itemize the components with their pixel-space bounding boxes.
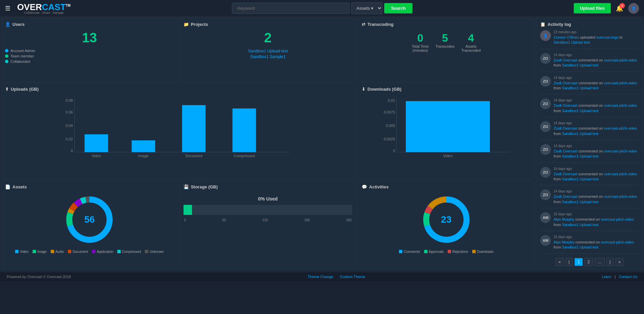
logo-over: OVER xyxy=(17,2,42,12)
activity-asset-link[interactable]: overcast-pitch-video xyxy=(604,126,637,130)
activity-asset-link[interactable]: overcast-pitch-video xyxy=(604,194,637,198)
activity-user-link[interactable]: Zsolt Overcast xyxy=(554,194,577,198)
pagination-button[interactable]: » xyxy=(615,258,624,266)
activity-project-link[interactable]: Sandbox1 Upload test xyxy=(562,109,598,113)
search-input[interactable] xyxy=(232,3,350,14)
legend-square xyxy=(15,250,18,253)
activity-user-link[interactable]: Connor O'Brien xyxy=(554,35,579,39)
activity-asset-link[interactable]: overcast-pitch-video xyxy=(601,217,634,221)
assets-panel-title: 📄 Assets xyxy=(5,184,174,189)
svg-text:0.01: 0.01 xyxy=(388,98,395,102)
projects-icon: 📁 xyxy=(184,22,189,27)
activity-user-link[interactable]: Alan Murphy xyxy=(554,240,574,244)
activity-asset-link[interactable]: overcast-pitch-video xyxy=(604,58,637,62)
activity-text: Connor O'Brien uploaded overcast-logo to… xyxy=(554,35,639,45)
hamburger-icon[interactable]: ☰ xyxy=(5,5,10,12)
users-legend-label: Team member xyxy=(10,54,34,58)
activity-asset-link[interactable]: overcast-pitch-video xyxy=(604,103,637,107)
activity-time: 14 days ago xyxy=(554,76,639,80)
uploads-bar-document xyxy=(182,105,206,152)
search-button[interactable]: Search xyxy=(384,3,412,13)
activity-user-link[interactable]: Zsolt Overcast xyxy=(554,58,577,62)
users-legend-item: Collaborator xyxy=(5,59,174,63)
upload-files-button[interactable]: Upload files xyxy=(574,3,611,13)
activity-project-link[interactable]: Sandbox1 Upload test xyxy=(562,200,598,204)
trans-value: 4 xyxy=(461,32,481,44)
assets-donut: 56 xyxy=(63,193,116,246)
storage-axis: 0 65 130 195 260 xyxy=(184,218,353,222)
activity-project-link[interactable]: Sandbox1 Upload test xyxy=(562,86,598,90)
projects-panel-title: 📁 Projects xyxy=(184,22,353,27)
activity-item: ZO 14 days ago Zsolt Overcast commented … xyxy=(540,121,639,140)
activity-content: 14 days ago Zsolt Overcast commented on … xyxy=(554,189,639,205)
legend-square xyxy=(92,250,95,253)
assets-legend-label: Image xyxy=(37,250,47,254)
header-search: Assets ▾ Search xyxy=(71,2,574,14)
activity-user-link[interactable]: Alan Murphy xyxy=(554,217,574,221)
activity-avatar: 👤 xyxy=(540,30,551,41)
svg-text:Compressed: Compressed xyxy=(234,154,254,158)
activity-user-link[interactable]: Zsolt Overcast xyxy=(554,126,577,130)
project-link[interactable]: Sandbox1 Sample1 xyxy=(184,54,353,59)
activity-project-link[interactable]: Sandbox1 Upload test xyxy=(554,40,590,44)
activity-text: Zsolt Overcast commented on overcast-pit… xyxy=(554,81,639,91)
activity-project-link[interactable]: Sandbox1 Upload test xyxy=(562,132,598,136)
footer: Powered by Overcast © Overcast 2018 Them… xyxy=(0,272,644,281)
activity-log-title: 📋 Activity log xyxy=(540,22,639,27)
activity-item: ZO 14 days ago Zsolt Overcast commented … xyxy=(540,144,639,163)
activity-time: 14 days ago xyxy=(554,98,639,102)
legend-dot xyxy=(5,49,8,52)
activity-items-container: 👤 22 minutes ago Connor O'Brien uploaded… xyxy=(540,30,639,254)
header: ☰ OVERCASTTM Collaborate · Share · Manag… xyxy=(0,0,644,17)
storage-bar-fill xyxy=(184,205,192,215)
activity-project-link[interactable]: Sandbox1 Upload test xyxy=(562,177,598,181)
activities-legend: CommentsApprovalsRejectionsDownloads xyxy=(362,250,531,254)
activity-avatar: AM xyxy=(540,212,551,223)
custom-theme-link[interactable]: Custom Theme xyxy=(340,275,365,279)
activity-project-link[interactable]: Sandbox1 Upload test xyxy=(562,223,598,227)
activity-user-link[interactable]: Zsolt Overcast xyxy=(554,149,577,153)
pagination-button[interactable]: 2 xyxy=(585,258,593,266)
activity-project-link[interactable]: Sandbox1 Upload test xyxy=(562,154,598,158)
activity-asset-link[interactable]: overcast-pitch-video xyxy=(604,149,637,153)
project-link[interactable]: Sandbox1 Upload test xyxy=(184,49,353,53)
activity-asset-link[interactable]: overcast-pitch-video xyxy=(604,172,637,176)
activity-project-link[interactable]: Sandbox1 Upload test xyxy=(562,245,598,249)
pagination-button[interactable]: 1 xyxy=(574,258,583,266)
legend-square xyxy=(424,250,428,253)
transcoding-stat: 5Transcodes xyxy=(435,32,454,52)
pagination-button[interactable]: ( xyxy=(565,258,573,266)
pagination-button[interactable]: ) xyxy=(606,258,614,266)
contact-link[interactable]: Contact Us xyxy=(619,275,637,279)
activity-content: 14 days ago Zsolt Overcast commented on … xyxy=(554,53,639,68)
activity-time: 14 days ago xyxy=(554,53,639,57)
storage-label: 0% Used xyxy=(184,196,353,201)
activity-project-link[interactable]: Sandbox1 Upload test xyxy=(562,63,598,67)
activity-user-link[interactable]: Zsolt Overcast xyxy=(554,103,577,107)
assets-select[interactable]: Assets ▾ xyxy=(351,2,383,14)
activity-user-link[interactable]: Zsolt Overcast xyxy=(554,81,577,85)
svg-text:0.08: 0.08 xyxy=(66,98,73,102)
uploads-bar-video xyxy=(85,134,108,152)
activity-text: Zsolt Overcast commented on overcast-pit… xyxy=(554,103,639,114)
activity-asset-link[interactable]: overcast-logo xyxy=(596,35,618,39)
activity-content: 14 days ago Zsolt Overcast commented on … xyxy=(554,76,639,91)
theme-change-link[interactable]: Theme Change xyxy=(308,275,333,279)
footer-right: Learn | Contact Us xyxy=(602,275,637,279)
svg-text:Document: Document xyxy=(186,154,202,158)
users-legend: Account AdminTeam memberCollaborator xyxy=(5,49,174,63)
assets-legend-label: Compressed xyxy=(122,250,141,254)
pagination-button[interactable]: … xyxy=(595,258,605,266)
user-avatar[interactable]: 👤 xyxy=(628,3,639,14)
activity-asset-link[interactable]: overcast-pitch-video xyxy=(604,81,637,85)
activities-donut: 23 xyxy=(419,193,473,246)
users-legend-label: Account Admin xyxy=(10,49,35,53)
learn-link[interactable]: Learn xyxy=(602,275,611,279)
downloads-svg: 0.01 0.0075 0.005 0.0025 0 Video xyxy=(362,95,531,162)
pagination-button[interactable]: « xyxy=(556,258,564,266)
notification-icon[interactable]: 🔔 0 xyxy=(616,5,623,12)
activity-asset-link[interactable]: overcast-pitch-video xyxy=(601,240,634,244)
activity-log-panel: 📋 Activity log 👤 22 minutes ago Connor O… xyxy=(536,17,643,270)
logo-text: OVERCASTTM xyxy=(17,2,71,12)
activity-user-link[interactable]: Zsolt Overcast xyxy=(554,172,577,176)
